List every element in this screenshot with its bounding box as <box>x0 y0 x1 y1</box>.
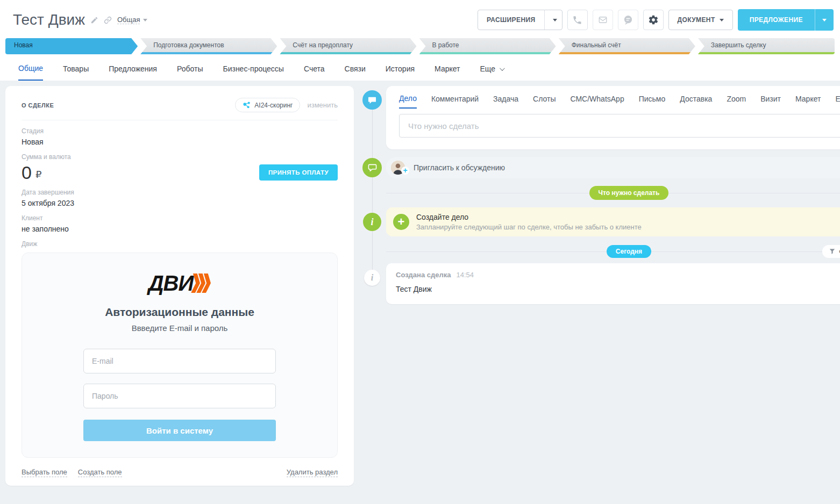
stage-podgotovka-dokumentov[interactable]: Подготовка документов <box>140 38 277 54</box>
stage-v-rabote[interactable]: В работе <box>419 38 556 54</box>
tltab-dostavka[interactable]: Доставка <box>680 94 712 109</box>
tltab-kommentariy[interactable]: Комментарий <box>431 94 479 109</box>
tab-tovary[interactable]: Товары <box>63 64 89 81</box>
field-value[interactable]: Новая <box>22 138 338 146</box>
logo-chevrons-icon <box>194 273 212 293</box>
edit-deal-link[interactable]: изменить <box>307 101 338 109</box>
field-value[interactable]: не заполнено <box>22 225 338 233</box>
field-label: Дата завершения <box>22 189 338 196</box>
tltab-zadacha[interactable]: Задача <box>493 94 518 109</box>
stage-zavershit-sdelku[interactable]: Завершить сделку <box>698 38 835 54</box>
info-marker-white: i <box>364 270 380 286</box>
deal-amount[interactable]: 0 <box>22 163 32 182</box>
extensions-caret[interactable] <box>545 10 562 30</box>
invite-label: Пригласить к обсуждению <box>414 163 505 172</box>
todo-separator: Что нужно сделать <box>386 186 840 200</box>
tab-scheta[interactable]: Счета <box>304 64 325 81</box>
delete-section-link[interactable]: Удалить раздел <box>287 468 338 477</box>
settings-button[interactable] <box>643 10 664 30</box>
deal-info-panel: О СДЕЛКЕ AI24-скоринг изменить Стадия Но… <box>5 86 354 486</box>
tltab-vizit[interactable]: Визит <box>760 94 781 109</box>
header-actions: РАСШИРЕНИЯ ДОКУМЕНТ ПРЕДЛОЖЕНИЕ <box>478 9 834 31</box>
extensions-button-label[interactable]: РАСШИРЕНИЯ <box>478 10 545 30</box>
comment-marker-blue <box>362 90 382 110</box>
mail-icon <box>598 15 608 25</box>
proposal-button-label[interactable]: ПРЕДЛОЖЕНИЕ <box>738 9 815 31</box>
entry-time: 14:54 <box>457 271 474 279</box>
info-marker-green: i <box>363 213 381 231</box>
tltab-market[interactable]: Маркет <box>795 94 821 109</box>
tab-svyazi[interactable]: Связи <box>345 64 366 81</box>
todo-badge[interactable]: Что нужно сделать <box>589 186 669 200</box>
molecule-icon <box>243 101 251 109</box>
edit-title-icon[interactable] <box>90 16 98 24</box>
mail-button[interactable] <box>593 10 613 30</box>
tltab-sloty[interactable]: Слоты <box>533 94 556 109</box>
field-label: Сумма и валюта <box>22 153 338 161</box>
proposal-button[interactable]: ПРЕДЛОЖЕНИЕ <box>738 9 834 31</box>
field-sum: Сумма и валюта 0 ₽ ПРИНЯТЬ ОПЛАТУ <box>22 153 338 182</box>
timeline-panel: i i Дело Комментарий Задача Слоты СМС/Wh… <box>358 86 840 304</box>
tltab-zoom[interactable]: Zoom <box>727 94 746 109</box>
password-field[interactable] <box>83 384 276 408</box>
todo-input[interactable] <box>399 114 840 138</box>
caret-down-icon <box>822 19 827 21</box>
stage-label: Новая <box>14 41 33 49</box>
tltab-sms-whatsapp[interactable]: СМС/WhatsApp <box>570 94 624 109</box>
entry-title: Создана сделка <box>396 271 451 279</box>
filter-button[interactable]: ФИЛЬТР <box>822 245 840 258</box>
tab-roboty[interactable]: Роботы <box>177 64 203 81</box>
tab-market[interactable]: Маркет <box>435 64 460 81</box>
ai-scoring-label: AI24-скоринг <box>254 102 293 109</box>
speech-bubble-icon <box>368 96 376 104</box>
accept-payment-button[interactable]: ПРИНЯТЬ ОПЛАТУ <box>259 164 338 181</box>
tab-obschie[interactable]: Общие <box>18 64 43 81</box>
logo-text: ДВИ <box>148 272 194 294</box>
email-field[interactable] <box>83 349 276 373</box>
select-field-link[interactable]: Выбрать поле <box>22 468 67 477</box>
timeline-entry[interactable]: Создана сделка 14:54 Тест Движ <box>386 263 840 304</box>
phone-icon <box>572 15 582 25</box>
content-area: О СДЕЛКЕ AI24-скоринг изменить Стадия Но… <box>0 81 840 486</box>
document-caret-icon <box>720 19 724 21</box>
tab-more[interactable]: Еще <box>480 64 503 81</box>
extensions-button[interactable]: РАСШИРЕНИЯ <box>478 10 563 30</box>
today-badge[interactable]: Сегодня <box>607 245 651 258</box>
auth-widget-subtitle: Ввведите E-mail и пароль <box>22 323 337 333</box>
create-field-link[interactable]: Создать поле <box>78 468 122 477</box>
pipeline-selector[interactable]: Общая <box>117 16 140 24</box>
ai-scoring-button[interactable]: AI24-скоринг <box>235 98 300 112</box>
tab-biznes-processy[interactable]: Бизнес-процессы <box>223 64 283 81</box>
chat-button[interactable] <box>618 10 638 30</box>
hint-subtitle: Запланируйте следующий шаг по сделке, чт… <box>416 223 642 231</box>
stage-schet-na-predoplatu[interactable]: Счёт на предоплату <box>280 38 416 54</box>
document-button[interactable]: ДОКУМЕНТ <box>668 10 733 30</box>
avatar: + <box>391 161 405 175</box>
pipeline-caret-icon <box>143 19 147 21</box>
call-button[interactable] <box>567 10 588 30</box>
deal-stage-bar: Новая Подготовка документов Счёт на пред… <box>0 38 840 54</box>
stage-finalny-schet[interactable]: Финальный счёт <box>559 38 695 54</box>
create-activity-hint[interactable]: + Создайте дело Запланируйте следующий ш… <box>386 207 840 236</box>
field-value[interactable]: 5 октября 2023 <box>22 199 338 207</box>
tab-istoriya[interactable]: История <box>386 64 415 81</box>
link-icon[interactable] <box>104 16 112 24</box>
tab-predlozheniya[interactable]: Предложения <box>109 64 157 81</box>
tab-more-label: Еще <box>480 64 495 73</box>
hint-title: Создайте дело <box>416 213 642 221</box>
timeline-line <box>372 100 373 277</box>
tltab-pismo[interactable]: Письмо <box>639 94 666 109</box>
invite-row[interactable]: + Пригласить к обсуждению <box>386 157 840 178</box>
add-activity-button[interactable]: + <box>393 214 409 230</box>
entry-body[interactable]: Тест Движ <box>396 285 840 293</box>
info-icon: i <box>371 217 373 227</box>
stage-novaya[interactable]: Новая <box>5 38 138 54</box>
login-button[interactable]: Войти в систему <box>83 420 276 441</box>
tltab-delo[interactable]: Дело <box>399 94 417 109</box>
tltab-more[interactable]: Еще <box>835 94 840 109</box>
proposal-caret[interactable] <box>815 19 834 21</box>
caret-down-icon <box>553 19 557 21</box>
field-label: Движ <box>22 240 338 248</box>
field-label: Клиент <box>22 214 338 222</box>
page-header: Тест Движ Общая РАСШИРЕНИЯ <box>0 0 840 81</box>
